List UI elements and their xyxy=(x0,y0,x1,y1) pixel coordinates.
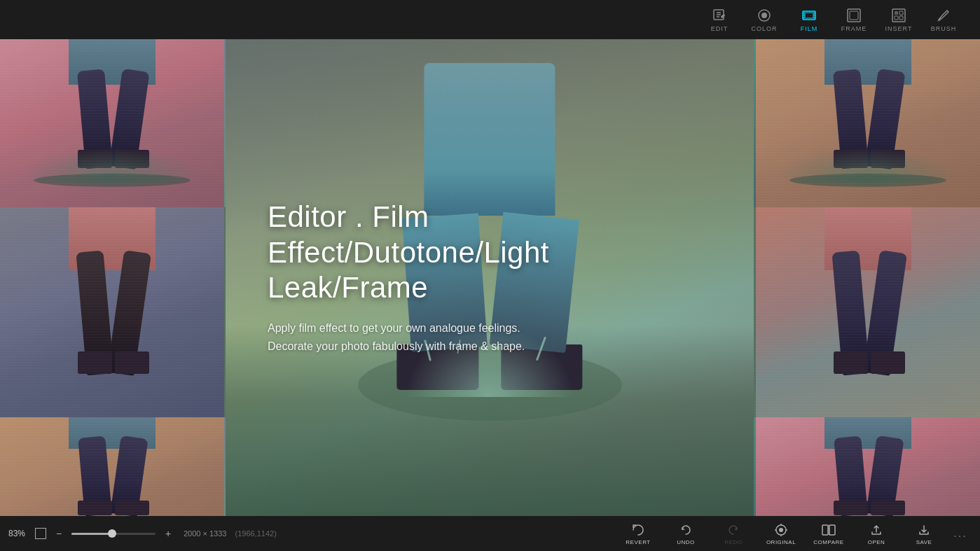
toolbar-brush[interactable]: BRUSH xyxy=(921,0,966,39)
svg-rect-19 xyxy=(895,11,898,15)
svg-rect-9 xyxy=(805,13,813,18)
svg-point-13 xyxy=(814,12,815,13)
more-button[interactable]: ... xyxy=(948,516,973,551)
center-text: Editor . Film Effect/Dutotone/Light Leak… xyxy=(268,200,712,355)
color-label: COLOR xyxy=(751,25,777,32)
edit-label: EDIT xyxy=(711,25,729,32)
compare-label: COMPARE xyxy=(813,539,843,545)
redo-button[interactable]: REDO xyxy=(710,516,757,551)
toolbar-color[interactable]: COLOR xyxy=(742,0,787,39)
revert-button[interactable]: REVERT xyxy=(614,516,662,551)
bottom-left-controls: 83% − + 2000 × 1333 (1966,1142) xyxy=(0,526,277,540)
svg-rect-17 xyxy=(850,11,858,20)
toolbar-film[interactable]: FILM xyxy=(787,0,831,39)
zoom-percent: 83% xyxy=(8,529,29,538)
svg-rect-22 xyxy=(899,16,903,20)
toolbar-edit[interactable]: EDIT xyxy=(697,0,742,39)
grid-cell-ml xyxy=(0,207,224,417)
toolbar-frame[interactable]: FRAME xyxy=(831,0,876,39)
svg-point-12 xyxy=(803,17,805,18)
svg-point-23 xyxy=(938,18,941,21)
open-icon xyxy=(869,522,884,538)
undo-button[interactable]: UNDO xyxy=(662,516,710,551)
grid-cell-mr xyxy=(756,207,980,417)
svg-point-25 xyxy=(779,528,783,532)
compare-button[interactable]: COMPARE xyxy=(805,516,853,551)
zoom-fit-icon[interactable] xyxy=(35,528,46,539)
grid-cell-tl xyxy=(0,39,224,207)
insert-label: INSERT xyxy=(885,25,913,32)
undo-label: UNDO xyxy=(677,539,695,545)
zoom-slider[interactable] xyxy=(71,533,156,535)
center-card: Editor . Film Effect/Dutotone/Light Leak… xyxy=(226,39,754,516)
svg-point-11 xyxy=(803,15,805,16)
save-button[interactable]: SAVE xyxy=(900,516,948,551)
zoom-slider-fill xyxy=(71,533,109,535)
zoom-out-button[interactable]: − xyxy=(52,526,66,540)
redo-icon xyxy=(726,522,741,538)
bottom-right-controls: REVERT UNDO REDO xyxy=(277,516,980,551)
insert-icon xyxy=(891,8,906,23)
film-label: FILM xyxy=(801,25,818,32)
color-icon xyxy=(757,8,772,23)
svg-rect-30 xyxy=(822,525,828,535)
frame-label: FRAME xyxy=(841,25,867,32)
film-icon xyxy=(801,8,817,23)
open-button[interactable]: OPEN xyxy=(853,516,900,551)
brush-icon xyxy=(936,8,951,23)
bottom-toolbar: 83% − + 2000 × 1333 (1966,1142) REVERT xyxy=(0,516,980,551)
center-subtitle1: Apply film effect to get your own analog… xyxy=(268,319,712,337)
original-button[interactable]: ORIGINAL xyxy=(757,516,805,551)
svg-point-10 xyxy=(803,12,805,13)
svg-rect-20 xyxy=(899,11,903,15)
grid-cell-tr xyxy=(756,39,980,207)
save-label: SAVE xyxy=(916,539,932,545)
edit-icon xyxy=(712,8,727,23)
grid-cell-br xyxy=(756,417,980,516)
svg-rect-21 xyxy=(895,16,898,20)
redo-label: REDO xyxy=(724,539,742,545)
original-label: ORIGINAL xyxy=(766,539,796,545)
zoom-slider-thumb[interactable] xyxy=(108,529,116,538)
revert-icon xyxy=(630,522,646,538)
original-icon xyxy=(773,522,789,538)
toolbar-insert[interactable]: INSERT xyxy=(876,0,921,39)
image-size: 2000 × 1333 xyxy=(184,529,226,538)
center-title: Editor . Film Effect/Dutotone/Light Leak… xyxy=(268,200,712,305)
brush-label: BRUSH xyxy=(931,25,957,32)
svg-point-15 xyxy=(814,17,815,18)
save-icon xyxy=(916,522,932,538)
center-subtitle2: Decorate your photo fabulously with fram… xyxy=(268,337,712,356)
image-coords: (1966,1142) xyxy=(235,529,276,538)
top-toolbar: EDIT COLOR FILM xyxy=(0,0,980,39)
svg-rect-31 xyxy=(829,525,835,535)
open-label: OPEN xyxy=(868,539,885,545)
svg-point-14 xyxy=(814,15,815,16)
grid-cell-bl xyxy=(0,417,224,516)
canvas-area: Editor . Film Effect/Dutotone/Light Leak… xyxy=(0,39,980,516)
revert-label: REVERT xyxy=(626,539,650,545)
svg-point-5 xyxy=(761,13,767,18)
zoom-in-button[interactable]: + xyxy=(161,526,175,540)
frame-icon xyxy=(846,8,862,23)
svg-rect-18 xyxy=(892,9,905,22)
compare-icon xyxy=(821,522,836,538)
undo-icon xyxy=(678,522,693,538)
